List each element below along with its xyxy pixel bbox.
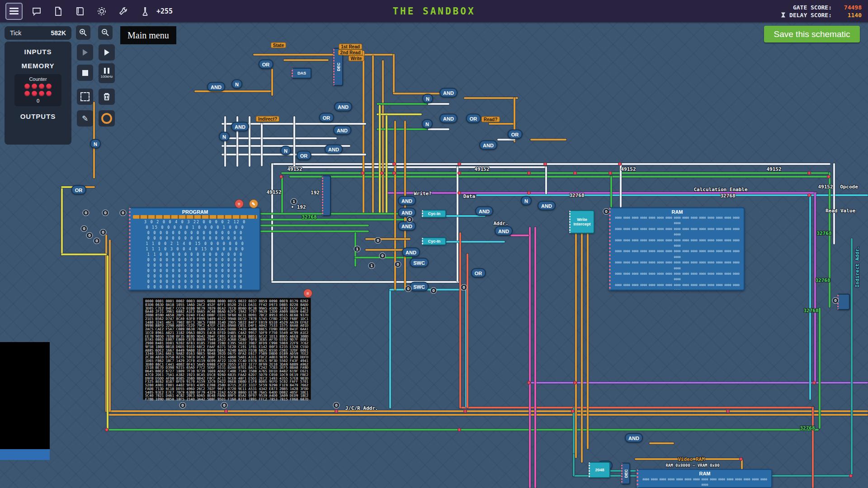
wire-white[interactable] — [457, 166, 458, 282]
gate-and[interactable]: AND — [334, 102, 352, 112]
document-button[interactable] — [51, 4, 66, 19]
wire-yellow[interactable] — [61, 188, 63, 256]
stop-button[interactable] — [77, 65, 93, 81]
wire-white[interactable] — [428, 128, 449, 130]
wire-orange[interactable] — [365, 238, 410, 240]
step-button[interactable] — [77, 44, 93, 61]
wire-orange[interactable] — [404, 121, 406, 290]
wire-white[interactable] — [545, 166, 547, 194]
wire-green[interactable] — [260, 225, 369, 226]
wire-yellow[interactable] — [377, 113, 422, 115]
wire-white[interactable] — [271, 163, 830, 165]
zoom-out-button[interactable] — [98, 25, 113, 40]
levels-button[interactable] — [137, 4, 153, 19]
wire-salmon[interactable] — [467, 253, 468, 408]
wire-orange[interactable] — [581, 232, 583, 463]
wire-cyan[interactable] — [809, 194, 811, 400]
wire-salmon[interactable] — [812, 407, 814, 488]
wire-green[interactable] — [260, 230, 369, 232]
wire-magenta[interactable] — [387, 192, 817, 194]
chip-write-intercept[interactable]: Write Intercept — [569, 210, 594, 234]
gate-and[interactable]: AND — [325, 145, 343, 154]
wire-white[interactable] — [224, 116, 226, 167]
wire-green[interactable] — [281, 176, 283, 214]
wire-orange[interactable] — [283, 59, 329, 61]
wire-teal[interactable] — [573, 454, 575, 476]
wire-white[interactable] — [271, 281, 459, 283]
wire-pink[interactable] — [510, 235, 529, 236]
memory-section-label[interactable]: MEMORY — [5, 56, 71, 70]
video-ram-block[interactable]: RAM 0000 0000 0000 0000 0000 0000 0000 0… — [637, 469, 772, 488]
wire-orange[interactable] — [575, 232, 577, 458]
wire-orange[interactable] — [108, 414, 868, 416]
gate-and[interactable]: AND — [439, 88, 458, 98]
wire-green[interactable] — [610, 176, 612, 207]
gate-and[interactable]: AND — [398, 208, 416, 217]
gate-and[interactable]: AND — [402, 248, 420, 257]
chip-dec[interactable]: DEC — [621, 463, 630, 484]
wire-orange[interactable] — [393, 54, 395, 94]
gate-swc[interactable]: SWC — [410, 282, 429, 291]
settings-button[interactable] — [94, 4, 109, 19]
wire-orange[interactable] — [109, 239, 111, 412]
counter-component[interactable]: Counter 0 — [14, 74, 61, 106]
wire-orange[interactable] — [194, 90, 271, 92]
wire-orange[interactable] — [363, 51, 364, 213]
zoom-in-button[interactable] — [76, 25, 90, 40]
wire-green[interactable] — [260, 219, 408, 221]
delete-button[interactable] — [99, 89, 115, 105]
chip-2048[interactable]: 2048 — [589, 462, 610, 478]
wire-white[interactable] — [293, 116, 295, 167]
schematic-canvas[interactable]: PROGRAM 3 0 2 0 0 4 0 3 22 0 0 0 0 2 12 … — [0, 0, 868, 488]
gate-n[interactable]: N — [219, 132, 230, 141]
wire-cyan[interactable] — [389, 289, 391, 408]
wire-cyan[interactable] — [444, 241, 505, 243]
wire-orange[interactable] — [489, 123, 516, 125]
wire-pink[interactable] — [534, 227, 536, 488]
wire-white[interactable] — [222, 137, 337, 139]
manual-button[interactable] — [72, 4, 88, 19]
chip-das[interactable]: DAS — [292, 68, 311, 79]
wire-white[interactable] — [288, 166, 547, 168]
wire-orange[interactable] — [530, 139, 566, 141]
gate-n[interactable]: N — [422, 119, 433, 129]
wire-orange[interactable] — [587, 232, 589, 449]
wire-white[interactable] — [428, 103, 449, 105]
gate-n[interactable]: N — [231, 80, 242, 89]
gate-n[interactable]: N — [90, 139, 101, 149]
gate-n[interactable]: N — [422, 94, 433, 103]
chip-blank[interactable] — [837, 294, 850, 310]
tools-button[interactable] — [116, 4, 131, 19]
hex-dump-display[interactable]: 0000 0001 0001 0002 0003 0005 0008 000D … — [143, 298, 311, 400]
gate-and[interactable]: AND — [538, 201, 556, 211]
gate-and[interactable]: AND — [333, 126, 351, 135]
wire-yellow[interactable] — [379, 105, 381, 213]
wire-salmon[interactable] — [459, 407, 814, 408]
gate-or[interactable]: OR — [466, 114, 481, 123]
wire-white[interactable] — [271, 163, 273, 282]
wire-white[interactable] — [497, 139, 515, 141]
wire-salmon[interactable] — [459, 232, 461, 408]
gate-and[interactable]: AND — [439, 114, 458, 123]
gate-or[interactable]: OR — [508, 130, 523, 139]
outputs-section-label[interactable]: OUTPUTS — [5, 106, 71, 120]
wire-orange[interactable] — [464, 97, 518, 99]
gate-and[interactable]: AND — [475, 206, 493, 216]
wire-green[interactable] — [819, 308, 821, 429]
save-schematic-button[interactable]: Save this schematic — [764, 26, 860, 42]
wire-green[interactable] — [377, 128, 427, 130]
block-menu-button[interactable]: ≡ — [235, 199, 244, 208]
wire-green[interactable] — [260, 213, 408, 215]
wire-pink[interactable] — [529, 227, 531, 488]
gate-or[interactable]: OR — [297, 151, 311, 160]
ram-block[interactable]: RAM 0000 0000 0000 0000 0000 0000 0000 0… — [609, 207, 745, 291]
wire-yellow[interactable] — [386, 115, 387, 215]
loop-button[interactable] — [99, 110, 115, 127]
wire-orange[interactable] — [382, 60, 384, 214]
wire-green[interactable] — [829, 172, 830, 308]
chip-cyc-in[interactable]: Cyc-In — [422, 237, 446, 245]
wire-green[interactable] — [377, 103, 427, 105]
gate-or[interactable]: OR — [471, 268, 486, 278]
gate-n[interactable]: N — [280, 146, 291, 155]
inputs-section-label[interactable]: INPUTS — [5, 42, 71, 56]
